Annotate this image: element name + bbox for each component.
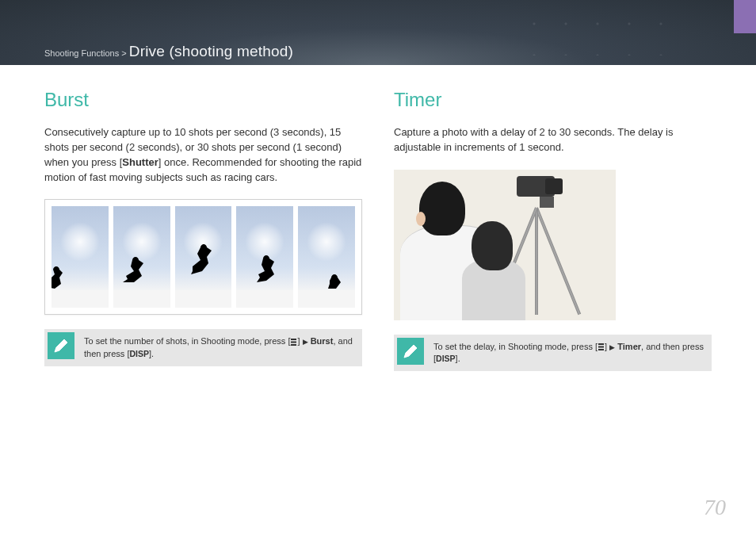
svg-rect-2: [291, 344, 296, 346]
page-header: Shooting Functions > Drive (shooting met…: [0, 0, 756, 65]
timer-column: Timer Capture a photo with a delay of 2 …: [394, 89, 712, 371]
burst-tip: To set the number of shots, in Shooting …: [44, 329, 362, 366]
breadcrumb-parent: Shooting Functions: [44, 48, 119, 58]
timer-title: Timer: [394, 89, 712, 111]
burst-frame-5: [298, 206, 355, 308]
svg-rect-4: [598, 346, 604, 348]
burst-frame-3: [175, 206, 232, 308]
page-number: 70: [704, 495, 726, 520]
svg-rect-5: [598, 349, 604, 350]
burst-frame-2: [113, 206, 170, 308]
burst-description: Consecutively capture up to 10 shots per…: [44, 125, 362, 185]
burst-illustration: [44, 199, 362, 315]
breadcrumb: Shooting Functions > Drive (shooting met…: [44, 43, 293, 60]
burst-frame-1: [52, 206, 109, 308]
woman-figure: [462, 221, 529, 320]
burst-tip-text: To set the number of shots, in Shooting …: [84, 329, 362, 366]
timer-tip: To set the delay, in Shooting mode, pres…: [394, 335, 712, 372]
breadcrumb-separator: >: [121, 48, 126, 58]
timer-tip-text: To set the delay, in Shooting mode, pres…: [433, 335, 712, 372]
burst-frame-4: [236, 206, 293, 308]
pencil-icon: [397, 338, 424, 365]
burst-title: Burst: [44, 89, 362, 111]
content-area: Burst Consecutively capture up to 10 sho…: [0, 65, 756, 371]
svg-rect-1: [291, 341, 296, 343]
timer-description: Capture a photo with a delay of 2 to 30 …: [394, 125, 712, 155]
pencil-icon: [48, 332, 74, 359]
svg-rect-0: [291, 339, 296, 340]
svg-rect-3: [598, 343, 604, 345]
timer-illustration: [394, 170, 616, 320]
menu-icon: [598, 343, 605, 351]
breadcrumb-title: Drive (shooting method): [129, 43, 293, 59]
sidebar-tab: [734, 0, 756, 33]
burst-column: Burst Consecutively capture up to 10 sho…: [44, 89, 362, 371]
camera: [517, 176, 555, 197]
